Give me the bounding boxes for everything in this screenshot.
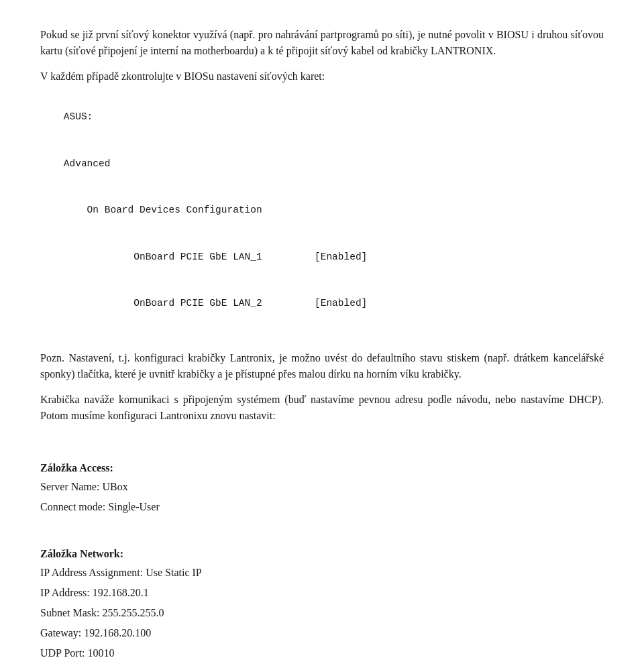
paragraph-4: Krabička naváže komunikaci s připojeným … (40, 392, 604, 424)
spacer-3 (40, 519, 604, 533)
spacer-2 (40, 433, 604, 447)
code-line-1: ASUS: (64, 111, 93, 122)
network-subnet-mask: Subnet Mask: 255.255.255.0 (40, 605, 604, 621)
network-udp-port: UDP Port: 10010 (40, 645, 604, 661)
code-line-4: OnBoard PCIE GbE LAN_1 [Enabled] (64, 252, 367, 262)
paragraph-3: Pozn. Nastavení, t.j. konfiguraci krabič… (40, 350, 604, 382)
access-connect-mode: Connect mode: Single-User (40, 499, 604, 515)
network-section: Záložka Network: IP Address Assignment: … (40, 546, 604, 666)
code-line-3: On Board Devices Configuration (64, 205, 262, 215)
code-line-2: Advanced (64, 158, 111, 169)
page-content: Pokud se již první síťový konektor využí… (40, 27, 604, 666)
access-server-name: Server Name: UBox (40, 479, 604, 495)
pozn-text: Nastavení, t.j. konfiguraci krabičky Lan… (40, 352, 604, 380)
network-ip-address: IP Address: 192.168.20.1 (40, 585, 604, 601)
network-gateway: Gateway: 192.168.20.100 (40, 625, 604, 641)
network-ip-assignment: IP Address Assignment: Use Static IP (40, 565, 604, 581)
paragraph-1: Pokud se již první síťový konektor využí… (40, 27, 604, 59)
network-label: Záložka Network: (40, 546, 604, 562)
paragraph-2: V každém případě zkontrolujte v BIOSu na… (40, 68, 604, 85)
pozn-label: Pozn. (40, 352, 64, 364)
access-section: Záložka Access: Server Name: UBox Connec… (40, 460, 604, 515)
spacer-1 (40, 337, 604, 350)
access-label: Záložka Access: (40, 460, 604, 476)
code-line-5: OnBoard PCIE GbE LAN_2 [Enabled] (64, 298, 367, 309)
bios-code-block: ASUS: Advanced On Board Devices Configur… (40, 94, 604, 327)
